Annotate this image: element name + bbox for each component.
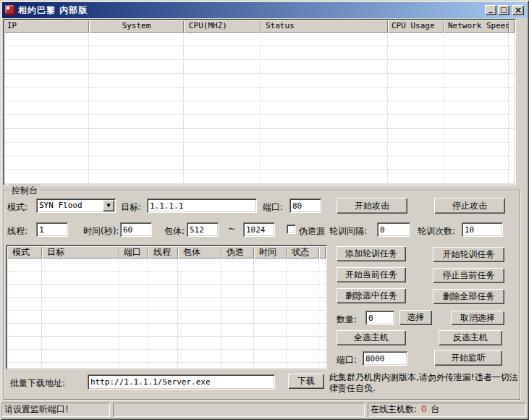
warning-text: 此集群乃机房内测版本,请勿外传泄漏!违者一切法律责任自负. xyxy=(329,372,525,394)
tasks-table-body[interactable] xyxy=(7,259,326,368)
column-header-ip[interactable]: IP xyxy=(4,20,89,33)
task-column-spoof[interactable]: 伪造 xyxy=(221,246,254,259)
hosts-table-body[interactable] xyxy=(4,33,515,184)
app-icon xyxy=(5,5,15,15)
grid-vline xyxy=(88,33,89,184)
titlebar[interactable]: 相约巴黎 内部版 _ □ × xyxy=(2,2,527,18)
target-label: 目标: xyxy=(121,201,141,214)
column-header-cpu[interactable]: CPU(MHZ) xyxy=(184,20,261,33)
start-poll-button[interactable]: 开始轮训任务 xyxy=(433,247,504,262)
tasks-table-header: 模式 目标 端口 线程 包体 伪造 时间 状态 xyxy=(7,246,326,259)
close-icon: × xyxy=(515,7,522,14)
listen-port-input[interactable] xyxy=(363,351,407,366)
hosts-table-header: IP System CPU(MHZ) Status CPU Usage Netw… xyxy=(4,20,515,33)
target-input[interactable] xyxy=(147,198,257,213)
grid-vline xyxy=(387,33,388,184)
delete-selected-task-button[interactable]: 删除选中任务 xyxy=(337,288,406,303)
spoof-source-label: 伪造源 xyxy=(299,225,325,238)
task-column-status[interactable]: 状态 xyxy=(287,246,319,259)
statusbar-middle-panel xyxy=(113,403,365,417)
task-column-threads[interactable]: 线程 xyxy=(148,246,178,259)
grid-vline xyxy=(253,259,254,368)
download-url-label: 批量下载地址: xyxy=(10,377,65,390)
column-header-stub xyxy=(509,20,515,33)
deselect-button[interactable]: 取消选择 xyxy=(451,311,504,325)
packet-label: 包体: xyxy=(164,225,185,238)
online-hosts-count: 0 xyxy=(420,404,428,414)
download-button[interactable]: 下载 xyxy=(288,374,324,389)
start-listen-button[interactable]: 开始监听 xyxy=(434,350,502,366)
grid-vline xyxy=(177,259,178,368)
count-input[interactable] xyxy=(365,311,394,325)
time-label: 时间(秒): xyxy=(83,225,119,238)
task-column-packet[interactable]: 包体 xyxy=(178,246,221,259)
time-input[interactable] xyxy=(120,222,152,237)
threads-input[interactable] xyxy=(36,222,68,237)
select-all-hosts-button[interactable]: 全选主机 xyxy=(337,330,406,345)
online-hosts-suffix: 台 xyxy=(431,404,439,414)
mode-value: SYN Flood xyxy=(39,201,82,210)
column-header-cpu-usage[interactable]: CPU Usage xyxy=(388,20,444,33)
start-current-task-button[interactable]: 开始当前任务 xyxy=(337,267,406,282)
hosts-table[interactable]: IP System CPU(MHZ) Status CPU Usage Netw… xyxy=(3,19,516,185)
count-label: 数量: xyxy=(337,314,357,326)
statusbar-hosts-panel: 在线主机数: 0 台 xyxy=(368,403,526,417)
maximize-button[interactable]: □ xyxy=(498,5,509,15)
online-hosts-label: 在线主机数: xyxy=(371,404,417,414)
mode-label: 模式: xyxy=(7,201,27,214)
grid-vline xyxy=(260,33,261,184)
task-column-mode[interactable]: 模式 xyxy=(7,246,42,259)
task-column-port[interactable]: 端口 xyxy=(119,246,148,259)
maximize-icon: □ xyxy=(500,7,507,14)
grid-vline xyxy=(444,33,444,184)
poll-interval-label: 轮训间隔: xyxy=(329,225,367,238)
grid-vline xyxy=(148,259,148,368)
app-window: 相约巴黎 内部版 _ □ × IP System CPU(MHZ) Status… xyxy=(0,0,529,420)
grid-vline xyxy=(183,33,184,184)
grid-vline xyxy=(508,33,509,184)
minimize-button[interactable]: _ xyxy=(485,5,496,15)
grid-vline xyxy=(119,259,119,368)
window-title: 相约巴黎 内部版 xyxy=(18,4,88,17)
console-title: 控制台 xyxy=(9,185,40,197)
add-task-button[interactable]: 添加轮训任务 xyxy=(337,246,406,261)
download-url-input[interactable] xyxy=(88,374,275,390)
task-column-target[interactable]: 目标 xyxy=(42,246,119,259)
close-button[interactable]: × xyxy=(512,5,524,15)
column-header-network-speed[interactable]: Network Speed xyxy=(444,20,509,33)
attack-port-input[interactable] xyxy=(289,198,321,213)
grid-vline xyxy=(41,259,42,368)
grid-vline xyxy=(318,259,319,368)
stop-current-task-button[interactable]: 停止当前任务 xyxy=(433,268,504,283)
delete-all-tasks-button[interactable]: 删除全部任务 xyxy=(433,289,504,304)
packet-min-input[interactable] xyxy=(187,222,219,237)
minimize-icon: _ xyxy=(489,5,493,12)
task-column-stub xyxy=(319,246,326,259)
stop-attack-button[interactable]: 停止攻击 xyxy=(434,198,505,214)
poll-rounds-input[interactable] xyxy=(462,222,503,237)
grid-vline xyxy=(221,259,221,368)
threads-label: 线程: xyxy=(7,225,27,238)
packet-max-input[interactable] xyxy=(243,222,275,237)
listen-port-label: 端口: xyxy=(337,354,357,366)
invert-hosts-button[interactable]: 反选主机 xyxy=(439,330,502,345)
poll-rounds-label: 轮训次数: xyxy=(418,225,455,238)
window-controls: _ □ × xyxy=(485,5,524,15)
spoof-source-checkbox[interactable] xyxy=(287,224,296,234)
mode-dropdown-button[interactable]: ▼ xyxy=(103,200,114,211)
poll-interval-input[interactable] xyxy=(377,222,410,237)
start-attack-button[interactable]: 开始攻击 xyxy=(337,198,407,214)
column-header-system[interactable]: System xyxy=(89,20,184,33)
packet-range-tilde: ~ xyxy=(228,224,235,234)
column-header-status[interactable]: Status xyxy=(261,20,388,33)
statusbar-message-panel: 请设置监听端口! xyxy=(1,403,110,417)
attack-port-label: 端口: xyxy=(263,201,283,214)
statusbar-message: 请设置监听端口! xyxy=(4,404,69,414)
select-button[interactable]: 选择 xyxy=(399,310,432,325)
task-column-time[interactable]: 时间 xyxy=(254,246,287,259)
chevron-down-icon: ▼ xyxy=(106,203,110,209)
mode-select[interactable]: SYN Flood ▼ xyxy=(36,198,116,213)
grid-vline xyxy=(286,259,287,368)
tasks-table[interactable]: 模式 目标 端口 线程 包体 伪造 时间 状态 xyxy=(6,245,327,369)
